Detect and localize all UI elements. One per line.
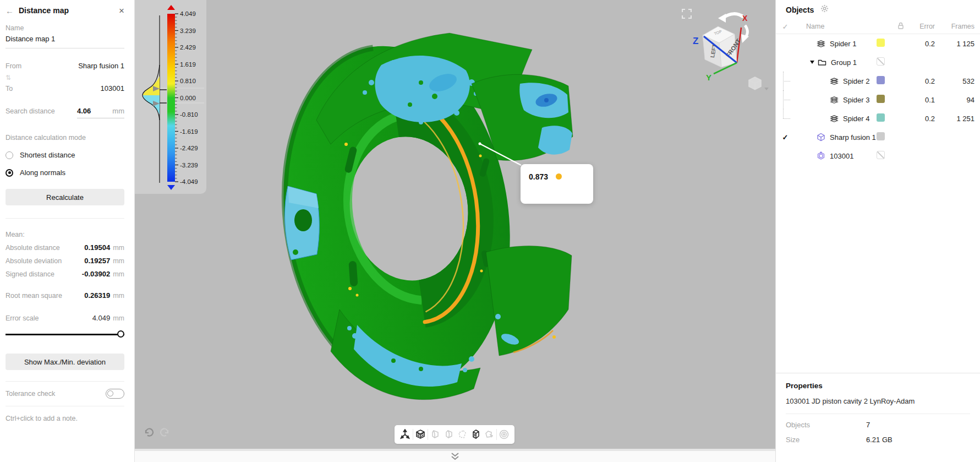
object-name: Spider 2 [843, 77, 869, 85]
object-error: 0.1 [901, 96, 935, 104]
radio-icon [6, 151, 13, 159]
to-value[interactable]: 103001 [101, 84, 124, 93]
expander-caret-icon[interactable] [810, 61, 814, 64]
wireframe-view-button[interactable] [456, 428, 468, 441]
navigation-cube[interactable]: X TOP FRONT LEFT Z Y [680, 6, 757, 85]
name-column-header[interactable]: Name [795, 23, 873, 30]
object-row-sharp-fusion-1[interactable]: ✓Sharp fusion 1 [776, 128, 980, 146]
tolerance-toggle[interactable] [106, 389, 124, 399]
projection-mode-icon[interactable] [748, 76, 770, 93]
target-spiral-button[interactable] [498, 428, 510, 441]
error-scale-slider[interactable] [6, 330, 124, 338]
object-color-swatch[interactable] [877, 132, 885, 140]
measurement-point-dot [556, 173, 562, 180]
recalculate-button[interactable]: Recalculate [6, 189, 124, 205]
y-axis-label: Y [706, 73, 711, 82]
from-value[interactable]: Sharp fusion 1 [78, 62, 124, 70]
object-name: 103001 [830, 152, 853, 160]
search-distance-input[interactable]: 4.06 mm [77, 107, 124, 118]
distance-map-panel: ← Distance map × Name Distance map 1 Fro… [0, 0, 135, 462]
scale-tick-label: -3.239 [180, 162, 198, 169]
object-row-103001[interactable]: 103001 [776, 146, 980, 165]
object-frames: 532 [935, 77, 980, 85]
object-row-spider-4[interactable]: Spider 40.21 251 [776, 109, 980, 128]
show-deviation-button[interactable]: Show Max./Min. deviation [6, 354, 124, 370]
gear-icon[interactable] [820, 4, 829, 15]
search-distance-label: Search distance [6, 107, 55, 115]
swap-icon[interactable]: ⇅ [6, 74, 124, 80]
double-chevron-down-icon[interactable] [450, 452, 460, 461]
folder-icon [818, 58, 826, 66]
search-distance-value: 4.06 [77, 107, 91, 115]
visibility-check-icon[interactable]: ✓ [782, 133, 789, 142]
toggle-knob [107, 390, 113, 396]
object-row-spider-2[interactable]: Spider 20.2532 [776, 72, 980, 90]
view-mode-toolbar [395, 425, 514, 444]
scale-tick-label: -0.810 [180, 111, 198, 118]
scan-layers-icon [830, 77, 839, 85]
solid-view-button[interactable] [429, 428, 441, 441]
from-label: From [6, 62, 21, 70]
error-column-header[interactable]: Error [908, 23, 935, 30]
xray-view-button[interactable] [469, 428, 481, 441]
slider-track [6, 334, 124, 335]
object-color-swatch[interactable] [877, 57, 885, 66]
redo-button[interactable] [159, 426, 171, 441]
object-color-swatch[interactable] [877, 95, 885, 103]
color-scale-panel: 4.0493.2392.4291.6190.8100.000-0.810-1.6… [135, 0, 206, 194]
measurement-tooltip[interactable]: 0.873 [521, 164, 593, 204]
spiral-icon [499, 429, 510, 440]
object-name: Spider 4 [843, 115, 869, 123]
undo-button[interactable] [143, 426, 155, 441]
textured-view-button[interactable] [414, 428, 426, 441]
color-scale: 4.0493.2392.4291.6190.8100.000-0.810-1.6… [135, 0, 206, 194]
name-label: Name [6, 24, 124, 32]
scale-tick-label: 4.049 [180, 10, 196, 17]
object-row-spider-3[interactable]: Spider 30.194 [776, 90, 980, 109]
divider [786, 414, 970, 414]
object-error: 0.2 [901, 40, 935, 48]
objects-column-header: ✓ Name Error Frames [776, 19, 980, 34]
close-icon[interactable]: × [119, 6, 124, 15]
slider-knob[interactable] [117, 330, 124, 338]
scale-tick-label: 1.619 [180, 61, 196, 68]
objects-list: Spider 10.21 125Group 1Spider 20.2532Spi… [776, 34, 980, 165]
fusion-cube-icon [817, 133, 825, 142]
radio-along-normals[interactable]: Along normals [6, 169, 124, 177]
mean-label: Mean: [6, 231, 124, 238]
x-axis-label: X [742, 14, 748, 23]
object-row-spider-1[interactable]: Spider 10.21 125 [776, 34, 980, 53]
toolbar-separator [413, 429, 413, 440]
object-name: Spider 1 [830, 40, 856, 48]
radio-label: Along normals [20, 169, 65, 177]
tree-connector [783, 90, 791, 109]
tree-connector [783, 72, 791, 90]
object-color-swatch[interactable] [877, 113, 885, 122]
object-color-swatch[interactable] [877, 151, 885, 159]
half-cube-icon [444, 429, 455, 440]
check-column-icon[interactable]: ✓ [776, 23, 795, 31]
timeline-collapse-strip[interactable] [135, 449, 775, 462]
back-icon[interactable]: ← [6, 6, 15, 15]
scale-tick-label: 0.810 [180, 78, 196, 84]
frames-column-header[interactable]: Frames [935, 23, 980, 30]
object-name: Spider 3 [843, 96, 869, 104]
smooth-view-button[interactable] [443, 428, 455, 441]
radio-shortest-distance[interactable]: Shortest distance [6, 151, 124, 159]
normals-view-button[interactable] [483, 428, 495, 441]
property-objects: Objects 7 [786, 421, 970, 429]
viewport-3d[interactable]: 4.0493.2392.4291.6190.8100.000-0.810-1.6… [135, 0, 775, 449]
stat-absolute-distance: Absolute distance0.19504mm [6, 243, 124, 252]
left-tab-cyan [284, 186, 319, 260]
object-color-swatch[interactable] [877, 76, 885, 84]
object-color-swatch[interactable] [877, 39, 885, 47]
object-name: Sharp fusion 1 [830, 133, 876, 142]
object-row-group-1[interactable]: Group 1 [776, 53, 980, 72]
lock-column-icon[interactable] [897, 22, 908, 31]
projection-dropdown-caret[interactable] [764, 88, 769, 90]
objects-title: Objects [786, 6, 814, 14]
scale-tick-label: -4.049 [180, 178, 198, 185]
move-gizmo-button[interactable] [399, 428, 411, 441]
name-input[interactable]: Distance map 1 [6, 35, 124, 48]
cube-faces[interactable]: TOP FRONT LEFT [703, 26, 742, 67]
